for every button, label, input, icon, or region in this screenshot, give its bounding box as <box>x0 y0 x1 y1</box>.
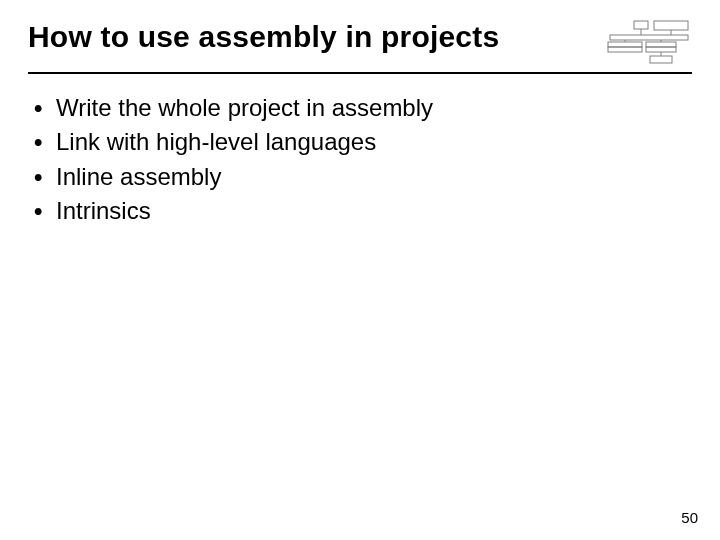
svg-rect-0 <box>634 21 648 29</box>
list-item: • Link with high-level languages <box>34 126 692 158</box>
slide: How to use assembly in projects <box>0 0 720 540</box>
bullet-list: • Write the whole project in assembly • … <box>28 92 692 228</box>
list-item: • Inline assembly <box>34 161 692 193</box>
header-row: How to use assembly in projects <box>28 18 692 66</box>
list-item: • Intrinsics <box>34 195 692 227</box>
architecture-diagram-icon <box>606 20 692 66</box>
bullet-dot-icon: • <box>34 195 56 227</box>
svg-rect-11 <box>650 56 672 63</box>
list-item: • Write the whole project in assembly <box>34 92 692 124</box>
svg-rect-6 <box>608 47 642 52</box>
list-item-text: Intrinsics <box>56 195 151 227</box>
list-item-text: Write the whole project in assembly <box>56 92 433 124</box>
bullet-dot-icon: • <box>34 161 56 193</box>
svg-rect-8 <box>646 42 676 47</box>
bullet-dot-icon: • <box>34 92 56 124</box>
svg-rect-9 <box>646 47 676 52</box>
bullet-dot-icon: • <box>34 126 56 158</box>
svg-rect-1 <box>654 21 688 30</box>
slide-title: How to use assembly in projects <box>28 18 499 55</box>
list-item-text: Link with high-level languages <box>56 126 376 158</box>
list-item-text: Inline assembly <box>56 161 221 193</box>
page-number: 50 <box>681 509 698 526</box>
svg-rect-4 <box>610 35 688 40</box>
title-underline <box>28 72 692 74</box>
svg-rect-5 <box>608 42 642 47</box>
